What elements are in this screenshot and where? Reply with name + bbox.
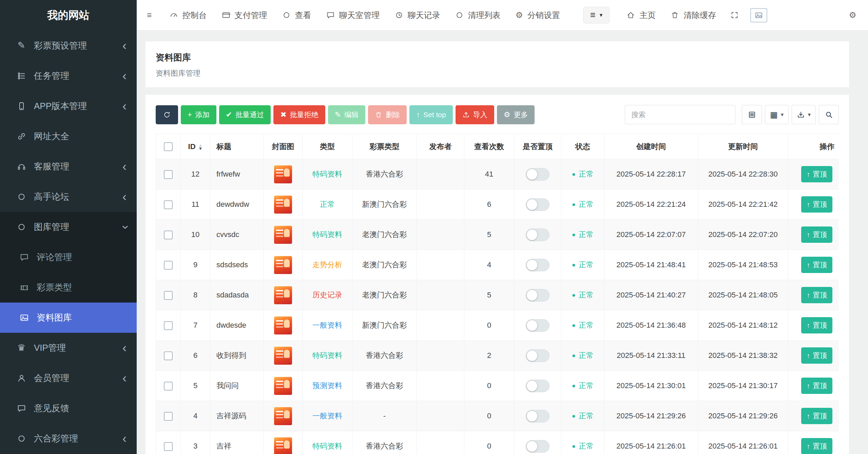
cover-image[interactable] [274,377,292,395]
pin-toggle[interactable] [526,229,549,241]
row-checkbox[interactable] [164,170,173,179]
nav-chat-log[interactable]: 聊天记录 [387,0,448,30]
toolbar: +添加✔批量通过✖批量拒绝✎编辑删除↑Set top导入⚙更多 ▦ ▾ ▾ [156,105,839,124]
cover-image[interactable] [274,286,292,304]
row-checkbox[interactable] [164,200,173,209]
set-top-button[interactable]: ↑置顶 [801,317,832,333]
set-top-button[interactable]: ↑置顶 [801,438,832,454]
status-dot-icon: ● [572,413,576,419]
cover-image[interactable] [274,196,292,214]
nav-payment[interactable]: 支付管理 [214,0,275,30]
sidebar-item-app-version[interactable]: APP版本管理‹ [0,91,137,121]
row-checkbox[interactable] [164,261,173,270]
sidebar-item-support[interactable]: 客服管理‹ [0,151,137,182]
nav-view[interactable]: 查看 [275,0,319,30]
cover-image[interactable] [274,256,292,274]
sidebar-toggle-button[interactable]: ≡ [137,0,162,30]
nav-more-dropdown[interactable]: ≡ ▾ [583,7,610,23]
columns-button[interactable]: ▦ ▾ [765,105,789,124]
topnav-menu: 控制台支付管理查看聊天室管理聊天记录清理列表⚙分销设置 [162,0,567,30]
type-label: 特码资料 [312,351,342,360]
sidebar-item-forum[interactable]: 高手论坛‹ [0,182,137,212]
set-top-button[interactable]: ↑置顶 [801,287,832,303]
user-avatar[interactable] [750,8,767,22]
sidebar-item-lottery-preset[interactable]: ✎彩票预设管理‹ [0,31,137,61]
cell-select [156,401,181,431]
cell-views: 0 [464,431,514,454]
search-input[interactable] [625,105,735,124]
fullscreen-button[interactable] [724,0,746,30]
cell-created: 2025-05-14 21:36:48 [604,310,698,341]
batch-reject-button[interactable]: ✖批量拒绝 [273,105,325,124]
pin-toggle[interactable] [526,440,549,453]
row-checkbox[interactable] [164,321,173,330]
nav-chatroom[interactable]: 聊天室管理 [319,0,387,30]
toolbar-buttons: +添加✔批量通过✖批量拒绝✎编辑删除↑Set top导入⚙更多 [156,105,535,124]
edit-button[interactable]: ✎编辑 [328,105,365,124]
pin-toggle[interactable] [526,319,549,332]
add-button[interactable]: +添加 [181,105,216,124]
pin-toggle[interactable] [526,198,549,211]
cell-action: ↑置顶 [788,189,839,220]
refresh-button[interactable] [156,105,178,124]
row-checkbox[interactable] [164,412,173,421]
sidebar-item-sites[interactable]: 网址大全 [0,121,137,151]
cover-image[interactable] [274,437,292,454]
pin-toggle[interactable] [526,380,549,392]
set-top-button[interactable]: ↑置顶 [801,378,832,394]
set-top-button[interactable]: ↑置顶 [801,166,832,182]
set-top-button[interactable]: ↑置顶 [801,257,832,273]
set-top-button[interactable]: ↑置顶 [801,408,832,424]
sidebar-item-mark-six[interactable]: 六合彩管理‹ [0,423,137,454]
pin-toggle[interactable] [526,349,549,362]
chevron-left-icon: ‹ [122,191,127,203]
nav-clear-cache[interactable]: 清除缓存 [663,0,724,30]
nav-distribution[interactable]: ⚙分销设置 [508,0,567,30]
import-button[interactable]: 导入 [456,105,494,124]
cover-image[interactable] [274,407,292,425]
row-checkbox[interactable] [164,382,173,391]
sidebar-item-vip[interactable]: ♛VIP管理‹ [0,333,137,363]
search-button[interactable] [819,105,839,124]
sidebar-item-comments[interactable]: 评论管理 [0,242,137,272]
sidebar-item-members[interactable]: 会员管理‹ [0,363,137,393]
export-button[interactable]: ▾ [792,105,816,124]
set-top-button[interactable]: ↑Set top [409,105,453,124]
row-checkbox[interactable] [164,351,173,360]
set-top-button[interactable]: ↑置顶 [801,196,832,213]
row-checkbox[interactable] [164,442,173,451]
col-ID[interactable]: ID▲▼ [181,134,210,159]
arrow-up-icon: ↑ [807,413,810,419]
more-button[interactable]: ⚙更多 [497,105,535,124]
select-all-checkbox[interactable] [164,142,173,151]
cover-image[interactable] [274,347,292,365]
settings-icon-button[interactable]: ⚙ [846,0,868,30]
pin-toggle[interactable] [526,168,549,181]
sidebar-item-label: APP版本管理 [34,100,122,112]
delete-button[interactable]: 删除 [368,105,407,124]
pin-toggle[interactable] [526,410,549,422]
nav-console[interactable]: 控制台 [162,0,214,30]
cover-image[interactable] [274,316,292,334]
sidebar-item-lottery-type[interactable]: 彩票类型 [0,272,137,303]
set-top-button[interactable]: ↑置顶 [801,226,832,243]
cell-title: sdadasda [210,280,264,310]
sidebar-item-image-gallery[interactable]: 资料图库 [0,303,137,333]
cell-action: ↑置顶 [788,371,839,401]
sidebar-item-tasks[interactable]: 任务管理‹ [0,61,137,91]
nav-label: 主页 [639,10,656,21]
row-checkbox[interactable] [164,291,173,300]
cover-image[interactable] [274,165,292,183]
detail-view-button[interactable] [742,105,762,124]
cover-image[interactable] [274,226,292,244]
pin-toggle[interactable] [526,259,549,271]
pin-toggle[interactable] [526,289,549,302]
row-checkbox[interactable] [164,231,173,239]
nav-home[interactable]: 主页 [619,0,663,30]
sidebar-item-feedback[interactable]: 意见反馈 [0,393,137,423]
type-label: 特码资料 [312,442,342,450]
nav-cleanup[interactable]: 清理列表 [448,0,508,30]
sidebar-item-gallery[interactable]: 图库管理‹ [0,212,137,242]
batch-approve-button[interactable]: ✔批量通过 [219,105,271,124]
set-top-button[interactable]: ↑置顶 [801,347,832,364]
